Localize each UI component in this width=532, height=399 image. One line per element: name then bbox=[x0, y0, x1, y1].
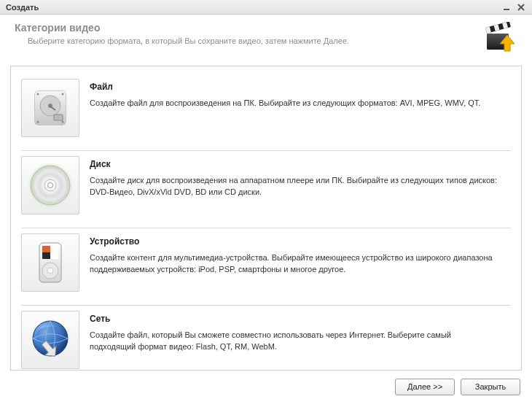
svg-point-16 bbox=[62, 93, 64, 96]
next-button[interactable]: Далее >> bbox=[395, 379, 455, 395]
footer: Далее >> Закрыть bbox=[0, 374, 532, 399]
header-subtitle: Выберите категорию формата, в который Вы… bbox=[15, 36, 475, 45]
svg-rect-13 bbox=[54, 115, 63, 120]
category-desc: Создайте контент для мультимедиа-устройс… bbox=[90, 252, 498, 276]
category-file[interactable]: Файл Создайте файл для воспроизведения н… bbox=[21, 74, 511, 150]
clapperboard-icon bbox=[482, 22, 517, 57]
web-icon bbox=[21, 311, 79, 369]
category-desc: Создайте диск для воспроизведения на апп… bbox=[90, 175, 498, 198]
svg-point-22 bbox=[48, 183, 53, 188]
category-title: Сеть bbox=[90, 314, 498, 324]
minimize-button[interactable] bbox=[500, 2, 513, 12]
device-icon bbox=[21, 233, 79, 292]
svg-point-28 bbox=[47, 268, 53, 274]
title-bar: Создать bbox=[0, 0, 532, 15]
hdd-icon bbox=[21, 79, 79, 137]
svg-rect-25 bbox=[42, 246, 50, 252]
close-window-button[interactable]: Закрыть bbox=[461, 379, 520, 395]
svg-rect-26 bbox=[50, 246, 58, 259]
category-title: Устройство bbox=[90, 236, 498, 247]
header: Категории видео Выберите категорию форма… bbox=[0, 15, 532, 61]
category-title: Диск bbox=[90, 159, 498, 169]
disc-icon bbox=[21, 156, 79, 214]
svg-point-18 bbox=[62, 121, 64, 123]
window-title: Создать bbox=[6, 3, 498, 12]
categories-panel: Файл Создайте файл для воспроизведения н… bbox=[10, 66, 522, 371]
svg-point-15 bbox=[37, 93, 39, 96]
category-disc[interactable]: Диск Создайте диск для воспроизведения н… bbox=[21, 150, 511, 228]
category-title: Файл bbox=[90, 82, 480, 92]
category-web[interactable]: Сеть Создайте файл, который Вы сможете с… bbox=[21, 305, 511, 371]
svg-point-17 bbox=[37, 121, 39, 123]
header-title: Категории видео bbox=[15, 22, 475, 34]
category-desc: Создайте файл, который Вы сможете совмес… bbox=[90, 330, 498, 353]
category-desc: Создайте файл для воспроизведения на ПК.… bbox=[90, 98, 480, 109]
category-device[interactable]: Устройство Создайте контент для мультиме… bbox=[21, 228, 511, 305]
svg-rect-0 bbox=[504, 9, 509, 10]
close-button[interactable] bbox=[515, 2, 528, 12]
